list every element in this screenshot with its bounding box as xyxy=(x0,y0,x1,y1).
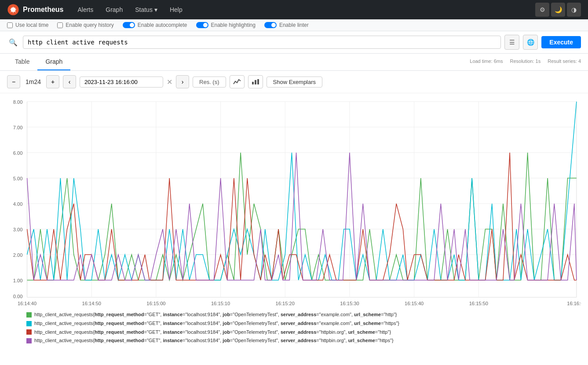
chart-container: 8.00 7.00 6.00 5.00 4.00 3.00 2.00 1.00 … xyxy=(7,95,581,306)
datetime-input[interactable] xyxy=(80,77,163,88)
legend-item[interactable]: http_client_active_requests{http_request… xyxy=(26,310,581,319)
legend-label-4: http_client_active_requests{http_request… xyxy=(34,336,394,345)
time-back-btn[interactable]: ‹ xyxy=(63,75,76,88)
navbar-right: ⚙ 🌙 ◑ xyxy=(535,3,581,17)
brand-name: Prometheus xyxy=(23,6,63,14)
search-input[interactable] xyxy=(23,36,501,49)
legend-item[interactable]: http_client_active_requests{http_request… xyxy=(26,336,581,345)
stacked-chart-btn[interactable] xyxy=(248,75,263,88)
resolution-btn[interactable]: Res. (s) xyxy=(193,77,226,88)
svg-rect-3 xyxy=(255,80,256,84)
duration-display: 1m24 xyxy=(24,78,43,85)
tab-meta: Load time: 6ms Resolution: 1s Result ser… xyxy=(470,58,581,66)
svg-text:3.00: 3.00 xyxy=(13,227,23,232)
load-time: Load time: 6ms xyxy=(470,58,503,64)
svg-text:7.00: 7.00 xyxy=(13,125,23,130)
svg-text:8.00: 8.00 xyxy=(13,99,23,105)
svg-text:6.00: 6.00 xyxy=(13,150,23,156)
svg-rect-2 xyxy=(252,82,254,84)
linter-toggle[interactable] xyxy=(264,22,277,28)
legend-color-3 xyxy=(26,329,32,335)
svg-rect-43 xyxy=(26,329,32,335)
top-options: Use local time Enable query history Enab… xyxy=(0,19,588,31)
autocomplete-option[interactable]: Enable autocomplete xyxy=(123,22,187,28)
highlighting-option[interactable]: Enable highlighting xyxy=(196,22,256,28)
brand: Prometheus xyxy=(7,4,63,16)
svg-text:16:15:00: 16:15:00 xyxy=(146,301,165,306)
tabs-container: Table Graph Load time: 6ms Resolution: 1… xyxy=(0,54,588,71)
svg-text:5.00: 5.00 xyxy=(13,176,23,181)
main-chart: 8.00 7.00 6.00 5.00 4.00 3.00 2.00 1.00 … xyxy=(7,95,581,306)
legend-color-4 xyxy=(26,338,32,343)
legend-label-3: http_client_active_requests{http_request… xyxy=(34,328,391,337)
svg-rect-44 xyxy=(26,338,32,343)
linter-option[interactable]: Enable linter xyxy=(264,22,309,28)
duration-increase-btn[interactable]: + xyxy=(46,75,59,88)
chart-wrapper: 8.00 7.00 6.00 5.00 4.00 3.00 2.00 1.00 … xyxy=(0,95,588,306)
svg-text:16:15:10: 16:15:10 xyxy=(211,301,230,306)
svg-rect-41 xyxy=(26,312,32,318)
legend-color-2 xyxy=(26,321,32,326)
line-chart-btn[interactable] xyxy=(230,75,245,88)
svg-text:16:15:40: 16:15:40 xyxy=(405,301,424,306)
svg-text:4.00: 4.00 xyxy=(13,201,23,207)
show-exemplars-btn[interactable]: Show Exemplars xyxy=(267,77,323,88)
search-icon-btn[interactable]: 🔍 xyxy=(7,36,19,48)
execute-button[interactable]: Execute xyxy=(541,36,581,48)
time-forward-btn[interactable]: › xyxy=(176,75,189,88)
legend-label-2: http_client_active_requests{http_request… xyxy=(34,319,399,328)
navbar: Prometheus Alerts Graph Status ▾ Help ⚙ … xyxy=(0,0,588,19)
local-time-option[interactable]: Use local time xyxy=(7,22,48,28)
result-series: Result series: 4 xyxy=(548,58,581,64)
local-time-checkbox[interactable] xyxy=(7,22,13,28)
settings-icon-btn[interactable]: ⚙ xyxy=(535,3,549,17)
autocomplete-toggle[interactable] xyxy=(123,22,135,28)
svg-text:16:15:50: 16:15:50 xyxy=(469,301,488,306)
svg-text:2.00: 2.00 xyxy=(13,252,23,258)
main-nav: Alerts Graph Status ▾ Help xyxy=(72,4,187,16)
query-history-checkbox[interactable] xyxy=(57,22,63,28)
svg-text:16:14:40: 16:14:40 xyxy=(18,301,37,306)
svg-text:16:16:00: 16:16:00 xyxy=(567,301,581,306)
svg-text:0.00: 0.00 xyxy=(13,294,23,299)
nav-status[interactable]: Status ▾ xyxy=(130,4,163,16)
duration-decrease-btn[interactable]: − xyxy=(7,75,20,88)
list-icon-btn[interactable]: ☰ xyxy=(504,35,519,50)
legend: http_client_active_requests{http_request… xyxy=(0,306,588,350)
globe-icon-btn[interactable]: 🌐 xyxy=(523,35,538,50)
tab-table[interactable]: Table xyxy=(7,54,37,70)
highlighting-toggle[interactable] xyxy=(196,22,208,28)
query-history-option[interactable]: Enable query history xyxy=(57,22,113,28)
datetime-clear-btn[interactable]: ✕ xyxy=(167,78,172,86)
search-bar: 🔍 ☰ 🌐 Execute xyxy=(0,31,588,54)
svg-rect-42 xyxy=(26,321,32,326)
contrast-icon-btn[interactable]: ◑ xyxy=(567,3,581,17)
svg-text:16:14:50: 16:14:50 xyxy=(82,301,101,306)
nav-graph[interactable]: Graph xyxy=(100,4,128,16)
stacked-chart-icon xyxy=(252,78,259,85)
tab-graph[interactable]: Graph xyxy=(37,54,70,70)
nav-alerts[interactable]: Alerts xyxy=(72,4,99,16)
legend-color-1 xyxy=(26,312,32,318)
theme-icon-btn[interactable]: 🌙 xyxy=(551,3,565,17)
svg-rect-4 xyxy=(257,79,259,84)
legend-item[interactable]: http_client_active_requests{http_request… xyxy=(26,328,581,337)
legend-label-1: http_client_active_requests{http_request… xyxy=(34,310,397,319)
graph-controls: − 1m24 + ‹ ✕ › Res. (s) Show Exemplars xyxy=(0,71,588,93)
svg-text:1.00: 1.00 xyxy=(13,278,23,283)
nav-help[interactable]: Help xyxy=(164,4,188,16)
resolution: Resolution: 1s xyxy=(510,58,541,64)
prometheus-logo xyxy=(7,4,19,16)
svg-text:16:15:30: 16:15:30 xyxy=(340,301,359,306)
svg-text:16:15:20: 16:15:20 xyxy=(276,301,295,306)
legend-item[interactable]: http_client_active_requests{http_request… xyxy=(26,319,581,328)
line-chart-icon xyxy=(233,78,241,85)
